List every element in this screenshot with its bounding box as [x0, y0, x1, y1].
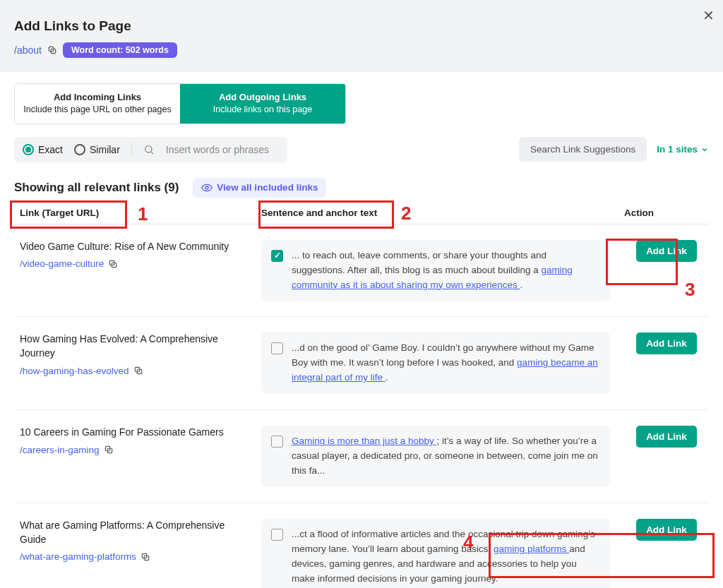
- link-url[interactable]: /what-are-gaming-platforms: [20, 551, 150, 562]
- view-all-label: View all included links: [217, 182, 318, 193]
- table-row: How Gaming Has Evolved: A Comprehensive …: [14, 317, 709, 410]
- sentence-cell: ... to reach out, leave comments, or sha…: [261, 240, 610, 301]
- col-header-sentence: Sentence and anchor text: [261, 208, 624, 218]
- add-link-button[interactable]: Add Link: [636, 426, 697, 448]
- anchor-text[interactable]: gaming became an integral part of my lif…: [292, 357, 598, 383]
- column-headers: Link (Target URL) Sentence and anchor te…: [14, 208, 709, 224]
- tab-outgoing-title: Add Outgoing Links: [187, 91, 338, 104]
- sentence-cell: ...ct a flood of informative articles an…: [261, 519, 610, 588]
- tab-incoming-title: Add Incoming Links: [22, 91, 173, 104]
- tab-incoming-links[interactable]: Add Incoming Links Include this page URL…: [15, 84, 180, 124]
- link-title: How Gaming Has Evolved: A Comprehensive …: [20, 332, 247, 360]
- svg-line-3: [151, 152, 153, 154]
- copy-icon[interactable]: [108, 259, 118, 269]
- link-title: 10 Careers in Gaming For Passionate Game…: [20, 426, 247, 440]
- match-mode-similar[interactable]: Similar: [74, 144, 120, 155]
- match-mode-exact[interactable]: Exact: [23, 144, 63, 155]
- table-row: 10 Careers in Gaming For Passionate Game…: [14, 410, 709, 503]
- row-checkbox[interactable]: [271, 250, 283, 262]
- search-input[interactable]: [166, 144, 279, 155]
- search-link-suggestions-button[interactable]: Search Link Suggestions: [519, 137, 647, 162]
- sentence-text: ...ct a flood of informative articles an…: [292, 527, 600, 587]
- row-checkbox[interactable]: [271, 436, 283, 448]
- sentence-text: ... to reach out, leave comments, or sha…: [292, 248, 600, 293]
- link-title: Video Game Culture: Rise of A New Commun…: [20, 240, 247, 254]
- link-url-text: /how-gaming-has-evolved: [20, 366, 129, 376]
- sentence-text: ...d on the good ol’ Game Boy. I couldn’…: [292, 341, 600, 385]
- radio-on-icon: [23, 144, 34, 155]
- eye-icon: [201, 182, 213, 193]
- close-icon[interactable]: ✕: [703, 7, 715, 24]
- match-mode-exact-label: Exact: [38, 144, 63, 155]
- link-url[interactable]: /video-game-culture: [20, 258, 118, 269]
- svg-point-4: [205, 186, 208, 189]
- row-checkbox[interactable]: [271, 342, 283, 354]
- tab-incoming-sub: Include this page URL on other pages: [22, 104, 173, 116]
- sentence-cell: ...d on the good ol’ Game Boy. I couldn’…: [261, 332, 610, 394]
- link-url-text: /what-are-gaming-platforms: [20, 551, 136, 562]
- page-path-link[interactable]: /about: [14, 44, 42, 56]
- tab-outgoing-links[interactable]: Add Outgoing Links Include links on this…: [180, 84, 345, 124]
- add-link-button[interactable]: Add Link: [636, 332, 697, 354]
- sites-selector-label: In 1 sites: [657, 144, 698, 155]
- link-url-text: /careers-in-gaming: [20, 445, 100, 455]
- search-icon: [143, 144, 155, 155]
- link-url[interactable]: /how-gaming-has-evolved: [20, 366, 143, 376]
- anchor-text[interactable]: gaming platforms: [494, 544, 569, 554]
- row-checkbox[interactable]: [271, 529, 283, 541]
- divider: [131, 143, 132, 157]
- chevron-down-icon: [700, 145, 709, 154]
- header-bar: ✕ Add Links to Page /about Word count: 5…: [0, 0, 723, 72]
- match-mode-and-search: Exact Similar: [14, 137, 287, 162]
- copy-icon[interactable]: [141, 552, 150, 562]
- anchor-text[interactable]: gaming community as it is about sharing …: [292, 265, 573, 290]
- link-direction-tabs: Add Incoming Links Include this page URL…: [14, 83, 346, 124]
- copy-icon[interactable]: [133, 366, 143, 376]
- sentence-text: Gaming is more than just a hobby ; it’s …: [292, 434, 600, 479]
- copy-icon[interactable]: [104, 445, 114, 455]
- link-url-text: /video-game-culture: [20, 258, 104, 269]
- page-title: Add Links to Page: [14, 18, 709, 34]
- results-heading: Showing all relevant links (9): [14, 181, 179, 195]
- word-count-badge: Word count: 502 words: [63, 42, 177, 58]
- table-row: Video Game Culture: Rise of A New Commun…: [14, 224, 709, 318]
- link-title: What are Gaming Platforms: A Comprehensi…: [20, 519, 247, 546]
- table-row: What are Gaming Platforms: A Comprehensi…: [14, 503, 709, 588]
- add-link-button[interactable]: Add Link: [636, 240, 697, 262]
- radio-off-icon: [74, 144, 85, 155]
- copy-icon[interactable]: [47, 45, 57, 55]
- svg-point-2: [145, 145, 151, 152]
- sentence-cell: Gaming is more than just a hobby ; it’s …: [261, 426, 610, 487]
- view-all-included-links[interactable]: View all included links: [193, 178, 326, 198]
- link-url[interactable]: /careers-in-gaming: [20, 445, 114, 455]
- match-mode-similar-label: Similar: [90, 144, 120, 155]
- add-link-button[interactable]: Add Link: [636, 519, 697, 541]
- tab-outgoing-sub: Include links on this page: [187, 104, 338, 116]
- col-header-link: Link (Target URL): [14, 208, 261, 218]
- col-header-action: Action: [624, 208, 709, 218]
- anchor-text[interactable]: Gaming is more than just a hobby: [292, 436, 437, 446]
- sites-selector[interactable]: In 1 sites: [657, 144, 709, 155]
